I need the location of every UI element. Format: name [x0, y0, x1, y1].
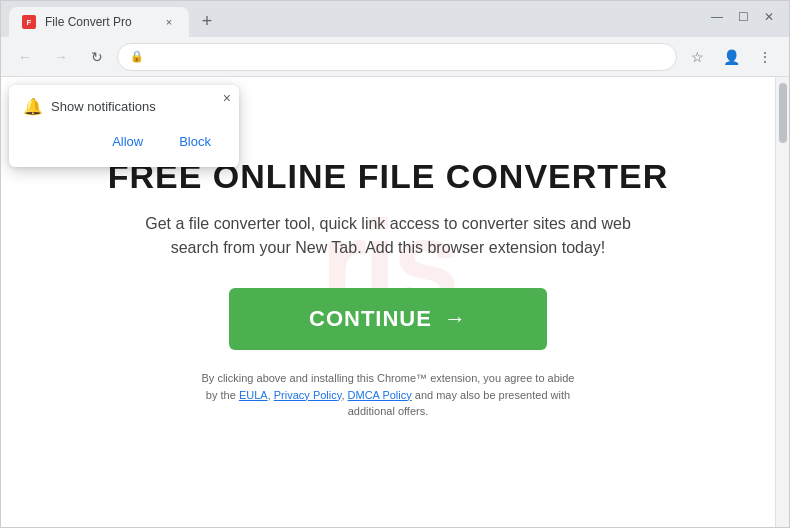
browser-window: F File Convert Pro × + — ☐ ✕ ← → ↻ 🔒 ☆ 👤…: [0, 0, 790, 528]
avatar-button[interactable]: 👤: [715, 41, 747, 73]
menu-button[interactable]: ⋮: [749, 41, 781, 73]
disclaimer: By clicking above and installing this Ch…: [198, 370, 578, 420]
toolbar-actions: ☆ 👤 ⋮: [681, 41, 781, 73]
popup-buttons: Allow Block: [23, 128, 225, 155]
arrow-icon: →: [444, 306, 467, 332]
address-bar: ← → ↻ 🔒 ☆ 👤 ⋮: [1, 37, 789, 77]
scrollbar[interactable]: [775, 77, 789, 527]
scroll-thumb[interactable]: [779, 83, 787, 143]
popup-message: Show notifications: [51, 99, 156, 114]
reload-button[interactable]: ↻: [81, 41, 113, 73]
title-bar: F File Convert Pro × + — ☐ ✕: [1, 1, 789, 37]
page-body: × 🔔 Show notifications Allow Block ris: [1, 77, 775, 527]
back-button[interactable]: ←: [9, 41, 41, 73]
page-content: × 🔔 Show notifications Allow Block ris: [1, 77, 789, 527]
popup-close-button[interactable]: ×: [223, 91, 231, 105]
eula-link[interactable]: EULA: [239, 389, 268, 401]
tab-title: File Convert Pro: [45, 15, 153, 29]
tab-favicon: F: [21, 14, 37, 30]
tab-bar: F File Convert Pro × +: [9, 1, 701, 37]
continue-button[interactable]: CONTINUE →: [229, 288, 547, 350]
popup-header: 🔔 Show notifications: [23, 97, 225, 116]
sub-text: Get a file converter tool, quick link ac…: [128, 212, 648, 260]
forward-button[interactable]: →: [45, 41, 77, 73]
browser-tab[interactable]: F File Convert Pro ×: [9, 7, 189, 37]
lock-icon: 🔒: [130, 50, 144, 63]
new-tab-button[interactable]: +: [193, 7, 221, 35]
privacy-link[interactable]: Privacy Policy: [274, 389, 342, 401]
block-button[interactable]: Block: [165, 128, 225, 155]
dmca-link[interactable]: DMCA Policy: [348, 389, 412, 401]
allow-button[interactable]: Allow: [98, 128, 157, 155]
tab-close-button[interactable]: ×: [161, 14, 177, 30]
bell-icon: 🔔: [23, 97, 43, 116]
tab-favicon-icon: F: [22, 15, 36, 29]
window-controls: — ☐ ✕: [705, 5, 781, 29]
maximize-button[interactable]: ☐: [731, 5, 755, 29]
url-bar[interactable]: 🔒: [117, 43, 677, 71]
minimize-button[interactable]: —: [705, 5, 729, 29]
notification-popup: × 🔔 Show notifications Allow Block: [9, 85, 239, 167]
bookmark-button[interactable]: ☆: [681, 41, 713, 73]
close-button[interactable]: ✕: [757, 5, 781, 29]
continue-label: CONTINUE: [309, 306, 432, 332]
